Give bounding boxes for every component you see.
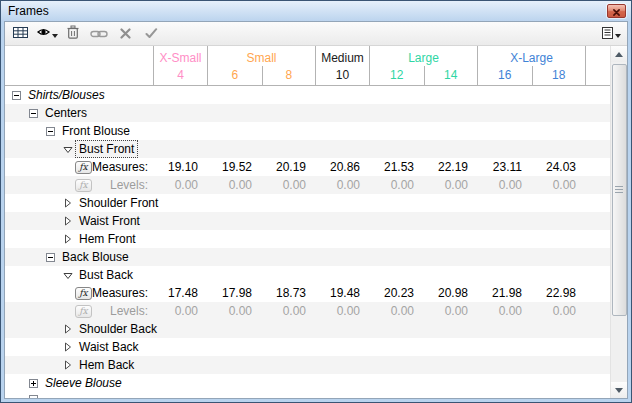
tree-node-label[interactable]: Hem Front (76, 231, 139, 247)
measure-value-cell[interactable]: 22.98 (531, 286, 585, 300)
size-column-header[interactable]: 8 (262, 66, 316, 85)
size-column-header[interactable]: 4 (154, 66, 207, 85)
scroll-up-button[interactable] (611, 46, 628, 62)
tree-node-label[interactable]: Waist Front (76, 213, 143, 229)
arrow-closed-icon[interactable] (62, 216, 73, 226)
tree-node-label[interactable]: Bust Front (76, 141, 137, 157)
tree-node-label[interactable]: Centers (42, 105, 90, 121)
tree-row: ƒxMeasures:17.4817.9818.7319.4820.2320.9… (5, 284, 610, 302)
tree-row: Centers (5, 104, 610, 122)
tree-cell: Hem Front (5, 230, 153, 248)
measure-value-cell[interactable]: 0.00 (153, 304, 207, 318)
measure-value-cell[interactable]: 17.48 (153, 286, 207, 300)
measure-value-cell[interactable]: 0.00 (207, 304, 261, 318)
formula-fx-button[interactable]: ƒx (75, 287, 92, 300)
formula-fx-button[interactable]: ƒx (75, 305, 92, 318)
scrollbar-thumb[interactable] (612, 64, 627, 316)
measure-value-cell[interactable]: 23.11 (477, 160, 531, 174)
size-column-header[interactable]: 16 (478, 66, 532, 85)
measure-value-cell[interactable]: 0.00 (315, 178, 369, 192)
tree-node-label[interactable]: Shoulder Back (76, 321, 160, 337)
scroll-down-button[interactable] (611, 382, 628, 398)
size-column-header[interactable]: 14 (424, 66, 478, 85)
size-group: Small68 (207, 46, 315, 85)
measure-value-cell[interactable]: 24.03 (531, 160, 585, 174)
vertical-scrollbar[interactable] (610, 46, 627, 398)
header-filler (585, 46, 610, 85)
size-group-sizes: 4 (154, 66, 207, 85)
measure-value-cell[interactable]: 0.00 (207, 178, 261, 192)
measure-value-cell[interactable]: 19.52 (207, 160, 261, 174)
measure-value-cell[interactable]: 0.00 (477, 304, 531, 318)
delete-button[interactable] (62, 24, 84, 44)
size-group-sizes: 1618 (478, 66, 585, 85)
minus-box-icon[interactable] (28, 109, 39, 118)
plus-box-icon[interactable] (28, 379, 39, 388)
tree-node-label[interactable]: Back Blouse (59, 249, 132, 265)
size-column-header[interactable]: 6 (208, 66, 262, 85)
measure-value-cell[interactable]: 19.10 (153, 160, 207, 174)
arrow-closed-icon[interactable] (62, 324, 73, 334)
tree-node-label[interactable]: Front Blouse (59, 123, 133, 139)
close-button[interactable] (607, 4, 626, 18)
size-column-header[interactable]: 10 (316, 66, 369, 85)
measure-value-cell[interactable]: 0.00 (153, 178, 207, 192)
title-bar[interactable]: Frames (1, 1, 631, 21)
size-header: X-Small4Small68Medium10Large1214X-Large1… (5, 46, 610, 86)
measure-value-cell[interactable]: 19.48 (315, 286, 369, 300)
cancel-button[interactable] (114, 24, 136, 44)
measure-value-cell[interactable]: 0.00 (369, 178, 423, 192)
measure-value-cell[interactable]: 21.53 (369, 160, 423, 174)
size-column-header[interactable]: 12 (370, 66, 424, 85)
arrow-closed-icon[interactable] (62, 198, 73, 208)
measure-value-cell[interactable]: 0.00 (369, 304, 423, 318)
measure-value-cell[interactable]: 0.00 (423, 304, 477, 318)
size-group-sizes: 10 (316, 66, 369, 85)
measure-value-cell[interactable]: 0.00 (423, 178, 477, 192)
arrow-closed-icon[interactable] (62, 360, 73, 370)
tree-row: Front Blouse (5, 122, 610, 140)
measure-value-cell[interactable]: 20.23 (369, 286, 423, 300)
measure-value-cell[interactable]: 18.73 (261, 286, 315, 300)
measure-value-cell[interactable]: 22.19 (423, 160, 477, 174)
size-group-label: Small (208, 46, 315, 66)
visibility-icon (36, 25, 51, 43)
tree-node-label[interactable]: Bust Back (76, 267, 136, 283)
measure-value-cell[interactable]: 20.19 (261, 160, 315, 174)
measure-value-cell[interactable]: 0.00 (477, 178, 531, 192)
minus-box-icon[interactable] (45, 127, 56, 136)
measure-value-cell[interactable]: 0.00 (531, 178, 585, 192)
measure-value-cell[interactable]: 0.00 (531, 304, 585, 318)
measure-value-cell[interactable]: 17.98 (207, 286, 261, 300)
tree-row: Waist Back (5, 338, 610, 356)
link-button[interactable] (88, 24, 110, 44)
visibility-button[interactable] (36, 24, 58, 44)
minus-box-icon[interactable] (11, 91, 22, 100)
table-view-button[interactable] (10, 24, 32, 44)
measure-value-cell[interactable]: 0.00 (261, 304, 315, 318)
arrow-closed-icon[interactable] (62, 342, 73, 352)
measure-value-cell[interactable]: 0.00 (315, 304, 369, 318)
tree-node-label[interactable]: Hem Back (76, 357, 137, 373)
arrow-closed-icon[interactable] (62, 234, 73, 244)
formula-fx-button[interactable]: ƒx (75, 179, 92, 192)
measure-value-cell[interactable]: 21.98 (477, 286, 531, 300)
arrow-open-icon[interactable] (62, 271, 73, 280)
arrow-open-icon[interactable] (62, 145, 73, 154)
tree-node-label[interactable]: Shoulder Front (76, 195, 161, 211)
minus-box-icon[interactable] (45, 253, 56, 262)
apply-button[interactable] (140, 24, 162, 44)
tree-node-label[interactable]: Waist Back (76, 339, 142, 355)
tree-row: Bust Front (5, 140, 610, 158)
size-column-header[interactable]: 18 (532, 66, 586, 85)
measure-value-cell[interactable]: 20.86 (315, 160, 369, 174)
measure-value-cell[interactable]: 20.98 (423, 286, 477, 300)
measure-value-cell[interactable]: 0.00 (261, 178, 315, 192)
tree-cell: ƒxLevels: (5, 302, 153, 320)
tree-node-label[interactable]: Sleeve Blouse (42, 375, 125, 391)
menu-button[interactable] (600, 24, 622, 44)
tree-cell: ƒxLevels: (5, 176, 153, 194)
formula-fx-button[interactable]: ƒx (75, 161, 92, 174)
tree-node-label[interactable]: Shirts/Blouses (25, 87, 108, 103)
tree-cell: Waist Back (5, 338, 153, 356)
